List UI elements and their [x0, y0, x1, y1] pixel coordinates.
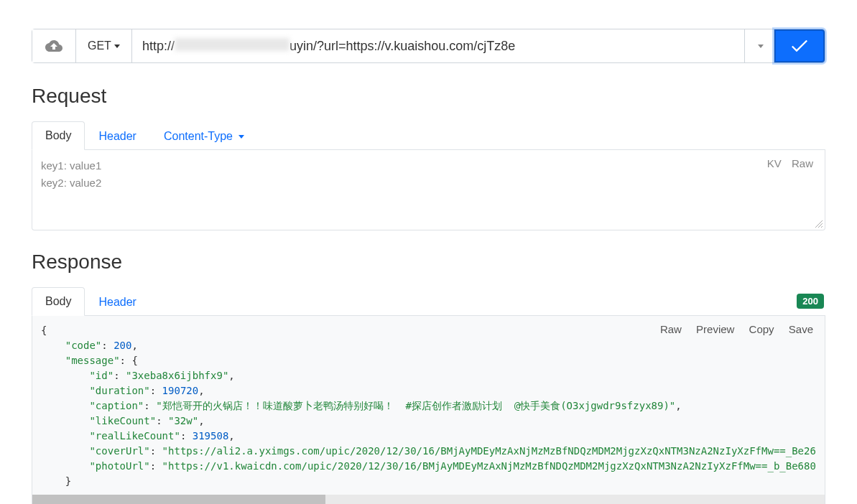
url-prefix: http:// — [142, 39, 175, 54]
url-history-dropdown[interactable] — [744, 29, 774, 62]
toolbar-raw-button[interactable]: Raw — [660, 323, 682, 335]
body-placeholder-text: key1: value1 key2: value2 — [41, 157, 816, 192]
tab-response-header[interactable]: Header — [85, 288, 149, 316]
body-mode-switch: KV Raw — [760, 157, 813, 169]
tab-request-body[interactable]: Body — [32, 121, 85, 150]
response-toolbar: Raw Preview Copy Save — [649, 323, 813, 335]
response-body-panel: Raw Preview Copy Save { "code": 200, "me… — [32, 316, 825, 504]
chevron-down-icon — [114, 45, 120, 48]
url-redacted — [175, 38, 289, 51]
response-json[interactable]: { "code": 200, "message": { "id": "3xeba… — [41, 323, 816, 489]
http-method-label: GET — [88, 39, 111, 52]
http-method-dropdown[interactable]: GET — [76, 29, 132, 62]
chevron-down-icon — [758, 45, 764, 48]
request-tabs: Body Header Content-Type — [32, 121, 825, 150]
tab-request-content-type[interactable]: Content-Type — [150, 122, 259, 150]
response-title: Response — [32, 251, 825, 274]
toolbar-save-button[interactable]: Save — [789, 323, 813, 335]
tab-response-body[interactable]: Body — [32, 287, 85, 316]
check-icon — [792, 40, 807, 52]
status-badge: 200 — [797, 294, 824, 309]
tab-request-header[interactable]: Header — [85, 122, 149, 150]
tab-content-type-label: Content-Type — [164, 130, 233, 142]
request-body-textarea[interactable]: KV Raw key1: value1 key2: value2 — [32, 150, 825, 230]
cloud-upload-button[interactable] — [32, 29, 76, 62]
url-suffix: uyin/?url=https://v.kuaishou.com/cjTz8e — [289, 39, 515, 54]
url-bar: GET http:// uyin/?url=https://v.kuaishou… — [32, 29, 825, 63]
chevron-down-icon — [238, 135, 244, 139]
toolbar-preview-button[interactable]: Preview — [696, 323, 734, 335]
mode-raw-button[interactable]: Raw — [792, 157, 813, 169]
request-title: Request — [32, 85, 825, 108]
cloud-upload-icon — [45, 40, 62, 52]
url-input-wrapper[interactable]: http:// uyin/?url=https://v.kuaishou.com… — [132, 29, 744, 62]
horizontal-scrollbar[interactable] — [32, 495, 825, 504]
send-request-button[interactable] — [774, 29, 825, 62]
resize-handle-icon[interactable] — [815, 220, 823, 228]
toolbar-copy-button[interactable]: Copy — [749, 323, 774, 335]
mode-kv-button[interactable]: KV — [767, 157, 782, 169]
scrollbar-thumb[interactable] — [32, 495, 325, 504]
response-tabs: Body Header 200 — [32, 286, 825, 316]
